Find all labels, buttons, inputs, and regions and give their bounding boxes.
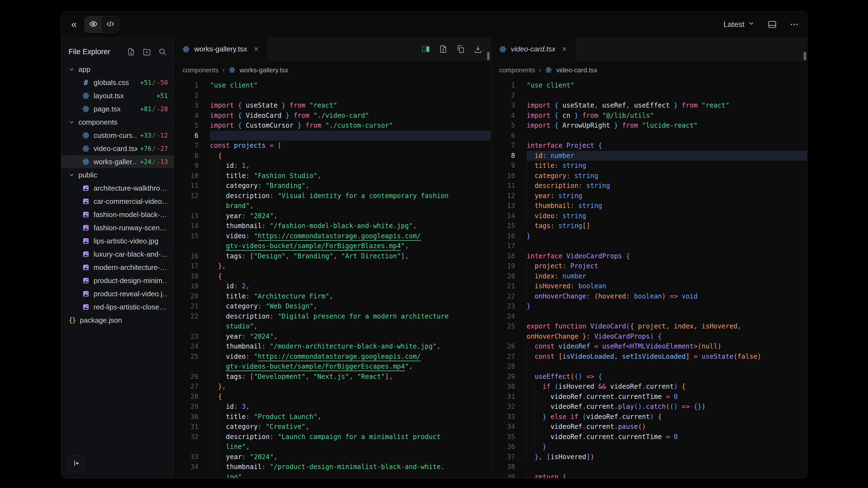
code-line-39[interactable]: 39return ( bbox=[491, 472, 807, 478]
code-line-25-wrap[interactable]: gtv-videos-bucket/sample/ForBiggerEscape… bbox=[174, 361, 491, 371]
code-line-33[interactable]: 33year: "2024", bbox=[174, 452, 491, 462]
version-selector[interactable]: Latest bbox=[723, 20, 755, 29]
code-line-6[interactable]: 6 bbox=[174, 131, 491, 141]
new-folder-icon[interactable] bbox=[143, 47, 151, 56]
breadcrumb-folder[interactable]: components bbox=[182, 66, 218, 74]
code-line-12[interactable]: 12year: string bbox=[491, 191, 807, 201]
code-line-8[interactable]: 8{ bbox=[174, 151, 491, 161]
code-line-1[interactable]: 1"use client" bbox=[491, 80, 807, 91]
more-options-icon[interactable] bbox=[789, 20, 799, 29]
close-tab-icon[interactable] bbox=[253, 46, 260, 53]
code-line-36[interactable]: 36} bbox=[491, 442, 807, 452]
code-line-9[interactable]: 9id: 1, bbox=[174, 161, 491, 171]
tree-file-layout.tsx[interactable]: layout.tsx+51 bbox=[61, 89, 174, 102]
code-line-4[interactable]: 4import { cn } from "@/lib/utils" bbox=[491, 110, 807, 121]
code-line-25-wrap[interactable]: onHoverChange }: VideoCardProps) { bbox=[491, 331, 807, 341]
code-line-35[interactable]: 35videoRef.current.currentTime = 0 bbox=[491, 432, 807, 442]
code-editor[interactable]: 1"use client"23import { useState, useRef… bbox=[491, 79, 807, 478]
code-line-27[interactable]: 27const [isVideoLoaded, setIsVideoLoaded… bbox=[491, 352, 807, 362]
code-line-13[interactable]: 13thumbnail: string bbox=[491, 201, 807, 211]
collapse-sidebar-button[interactable] bbox=[68, 456, 85, 472]
code-line-14[interactable]: 14thumbnail: "/fashion-model-black-and-w… bbox=[174, 221, 491, 231]
code-line-6[interactable]: 6 bbox=[491, 131, 807, 141]
code-line-19[interactable]: 19id: 2, bbox=[174, 281, 491, 291]
code-line-14[interactable]: 14video: string bbox=[491, 211, 807, 221]
code-line-25[interactable]: 25video: "https://commondatastorage.goog… bbox=[174, 352, 491, 362]
code-line-26[interactable]: 26const videoRef = useRef<HTMLVideoEleme… bbox=[491, 341, 807, 352]
code-line-16[interactable]: 16} bbox=[491, 231, 807, 241]
code-line-12-wrap[interactable]: brand", bbox=[174, 201, 491, 211]
tree-file-video-card.tsx[interactable]: video-card.tsx+76/-27 bbox=[61, 142, 174, 155]
breadcrumb-folder[interactable]: components bbox=[499, 66, 535, 74]
search-icon[interactable] bbox=[158, 47, 167, 56]
code-line-13[interactable]: 13year: "2024", bbox=[174, 211, 491, 221]
tree-file-lips-artistic-video.jpg[interactable]: lips-artistic-video.jpg bbox=[61, 234, 174, 248]
scrollbar-thumb[interactable] bbox=[804, 52, 806, 60]
code-line-9[interactable]: 9title: string bbox=[491, 161, 807, 171]
tree-file-product-reveal-video.j[interactable]: product-reveal-video.j… bbox=[61, 287, 174, 300]
code-line-11[interactable]: 11description: string bbox=[491, 181, 807, 191]
tree-file-product-design-minim[interactable]: product-design-minim… bbox=[61, 274, 174, 287]
tree-file-car-commercial-video[interactable]: car-commercial-video… bbox=[61, 195, 174, 208]
code-line-29[interactable]: 29id: 3, bbox=[174, 402, 491, 412]
code-toggle-button[interactable] bbox=[102, 17, 119, 32]
tree-file-luxury-car-black-and-[interactable]: luxury-car-black-and-… bbox=[61, 248, 174, 261]
code-line-28[interactable]: 28{ bbox=[174, 392, 491, 402]
code-line-17[interactable]: 17}, bbox=[174, 261, 491, 271]
code-line-5[interactable]: 5import { CustomCursor } from "./custom-… bbox=[174, 121, 491, 131]
tab-video-card[interactable]: video-card.tsx bbox=[491, 38, 577, 61]
code-line-30[interactable]: 30title: "Product Launch", bbox=[174, 412, 491, 422]
code-line-31[interactable]: 31category: "Creative", bbox=[174, 422, 491, 432]
download-icon[interactable] bbox=[473, 44, 483, 54]
tree-file-modern-architecture-[interactable]: modern-architecture-… bbox=[61, 261, 174, 274]
code-editor[interactable]: 1"use client"23import { useState } from … bbox=[174, 79, 491, 478]
tree-file-fashion-model-black-[interactable]: fashion-model-black-… bbox=[61, 208, 174, 221]
split-view-icon[interactable] bbox=[421, 44, 430, 54]
code-line-5[interactable]: 5import { ArrowUpRight } from "lucide-re… bbox=[491, 121, 807, 131]
tree-file-works-galler[interactable]: works-galler…+24/-13 bbox=[61, 155, 174, 168]
code-line-8[interactable]: 8id: number bbox=[491, 151, 807, 161]
code-line-7[interactable]: 7interface Project { bbox=[491, 140, 807, 151]
code-line-34[interactable]: 34thumbnail: "/product-design-minimalist… bbox=[174, 462, 491, 472]
code-line-15[interactable]: 15tags: string[] bbox=[491, 221, 807, 231]
breadcrumb-file[interactable]: works-gallery.tsx bbox=[240, 66, 288, 74]
code-line-2[interactable]: 2 bbox=[174, 91, 491, 101]
tree-file-page.tsx[interactable]: page.tsx+81/-28 bbox=[61, 102, 174, 116]
copy-icon[interactable] bbox=[456, 44, 465, 54]
close-tab-icon[interactable] bbox=[561, 46, 568, 53]
scrollbar-thumb[interactable] bbox=[487, 52, 490, 60]
tree-file-globals.css[interactable]: #globals.css+51/-50 bbox=[61, 76, 174, 89]
new-file-icon[interactable] bbox=[127, 47, 135, 56]
code-line-1[interactable]: 1"use client" bbox=[174, 80, 491, 91]
code-line-18[interactable]: 18{ bbox=[174, 271, 491, 282]
code-line-34-wrap[interactable]: jpg", bbox=[174, 472, 491, 478]
code-line-3[interactable]: 3import { useState, useRef, useEffect } … bbox=[491, 100, 807, 110]
preview-toggle-button[interactable] bbox=[85, 17, 102, 32]
code-line-29[interactable]: 29useEffect(() => { bbox=[491, 371, 807, 382]
code-line-34[interactable]: 34videoRef.current.pause() bbox=[491, 422, 807, 432]
code-line-26[interactable]: 26tags: ["Development", "Next.js", "Reac… bbox=[174, 371, 491, 382]
code-line-23[interactable]: 23year: "2024", bbox=[174, 331, 491, 341]
code-line-21[interactable]: 21category: "Web Design", bbox=[174, 301, 491, 312]
code-line-11[interactable]: 11category: "Branding", bbox=[174, 181, 491, 191]
file-diff-icon[interactable] bbox=[439, 44, 448, 54]
code-line-24[interactable]: 24thumbnail: "/modern-architecture-black… bbox=[174, 341, 491, 352]
breadcrumb-file[interactable]: video-card.tsx bbox=[556, 66, 597, 74]
code-line-33[interactable]: 33} else if (videoRef.current) { bbox=[491, 412, 807, 422]
code-line-20[interactable]: 20index: number bbox=[491, 271, 807, 282]
code-line-16[interactable]: 16tags: ["Design", "Branding", "Art Dire… bbox=[174, 251, 491, 261]
tree-file-fashion-runway-scen[interactable]: fashion-runway-scen… bbox=[61, 221, 174, 234]
code-line-7[interactable]: 7const projects = [ bbox=[174, 140, 491, 151]
tree-folder-app[interactable]: app bbox=[61, 63, 174, 76]
code-line-19[interactable]: 19project: Project bbox=[491, 261, 807, 271]
code-line-32[interactable]: 32videoRef.current.play().catch(() => {}… bbox=[491, 402, 807, 412]
code-line-17[interactable]: 17 bbox=[491, 241, 807, 251]
tree-file-custom-curs[interactable]: custom-curs…+33/-12 bbox=[61, 129, 174, 142]
code-line-31[interactable]: 31videoRef.current.currentTime = 0 bbox=[491, 392, 807, 402]
code-line-21[interactable]: 21isHovered: boolean bbox=[491, 281, 807, 291]
collapse-panel-icon[interactable]: « bbox=[70, 19, 79, 31]
code-line-18[interactable]: 18interface VideoCardProps { bbox=[491, 251, 807, 261]
code-line-38[interactable]: 38 bbox=[491, 462, 807, 472]
panel-layout-icon[interactable] bbox=[768, 20, 777, 29]
code-line-4[interactable]: 4import { VideoCard } from "./video-card… bbox=[174, 110, 491, 121]
